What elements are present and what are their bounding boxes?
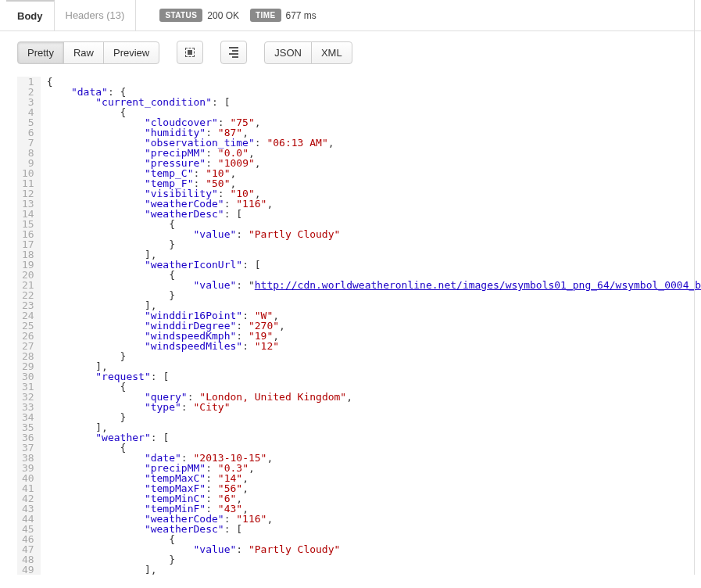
json-button[interactable]: JSON	[264, 41, 312, 64]
time-value: 677 ms	[286, 10, 317, 21]
code-content[interactable]: { "data": { "current_condition": [ { "cl…	[41, 77, 701, 575]
right-border	[694, 0, 695, 575]
status-area: STATUS 200 OK TIME 677 ms	[159, 9, 316, 22]
tab-body[interactable]: Body	[6, 0, 55, 30]
pretty-button[interactable]: Pretty	[17, 41, 64, 64]
status-value: 200 OK	[207, 10, 239, 21]
time-group: TIME 677 ms	[250, 9, 317, 22]
status-group: STATUS 200 OK	[159, 9, 239, 22]
response-top-bar: Body Headers (13) STATUS 200 OK TIME 677…	[0, 0, 701, 31]
code-area: 1234567891011121314151617181920212223242…	[0, 74, 701, 575]
response-toolbar: Pretty Raw Preview JSON XML	[0, 31, 701, 74]
wrap-lines-icon	[229, 47, 238, 58]
raw-button[interactable]: Raw	[63, 41, 104, 64]
fullscreen-icon	[185, 48, 195, 57]
preview-button[interactable]: Preview	[103, 41, 159, 64]
time-label: TIME	[250, 9, 281, 22]
format-group: JSON XML	[264, 41, 352, 64]
wrap-button[interactable]	[220, 41, 247, 64]
fullscreen-button[interactable]	[177, 41, 203, 64]
xml-button[interactable]: XML	[311, 41, 352, 64]
status-label: STATUS	[159, 9, 202, 22]
tab-headers[interactable]: Headers (13)	[55, 0, 137, 30]
line-gutter: 1234567891011121314151617181920212223242…	[17, 77, 41, 575]
view-mode-group: Pretty Raw Preview	[17, 41, 159, 64]
response-tabs: Body Headers (13)	[6, 0, 136, 30]
